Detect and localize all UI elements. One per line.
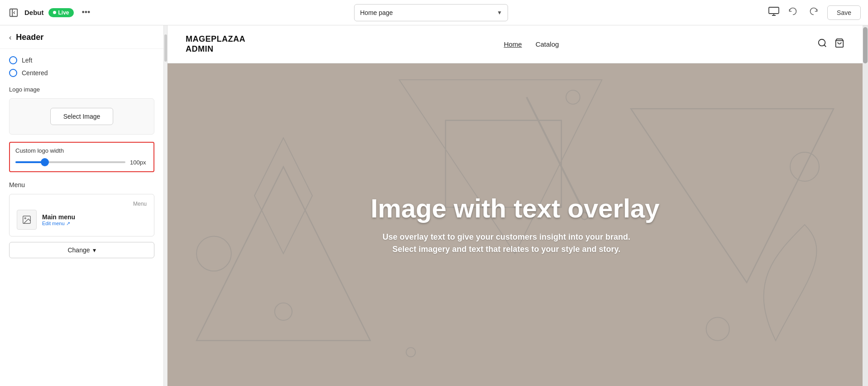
radio-left[interactable]: Left [9,56,154,64]
store-header: MAGEPLAZAA ADMIN Home Catalog [168,25,863,63]
menu-info: Main menu Edit menu ↗ [42,213,75,227]
topbar-left: Debut Live ••• [7,6,94,19]
sidebar-wrapper: ‹ Header Left Centered [0,25,168,386]
menu-name: Main menu [42,213,75,221]
page-selector-value: Home page [360,9,393,16]
save-button[interactable]: Save [827,5,861,20]
custom-logo-width-section: Custom logo width 100px [9,142,154,172]
external-link-icon: ↗ [66,221,70,227]
menu-card: Menu Main menu [9,194,154,236]
svg-point-3 [24,217,26,219]
change-label: Change [67,246,90,254]
preview-scrollbar [863,25,868,386]
live-badge: Live [48,8,74,17]
nav-link-catalog[interactable]: Catalog [536,40,559,48]
preview-area: MAGEPLAZAA ADMIN Home Catalog [168,25,868,386]
store-logo: MAGEPLAZAA ADMIN [186,34,245,54]
slider-container [15,158,125,167]
hero-text: Image with text overlay Use overlay text… [361,185,668,265]
hero-title: Image with text overlay [370,194,659,223]
hero-section: Image with text overlay Use overlay text… [168,63,863,386]
sidebar-header: ‹ Header [0,25,163,49]
radio-label-centered: Centered [22,69,48,77]
main-layout: ‹ Header Left Centered [0,25,868,386]
store-preview: MAGEPLAZAA ADMIN Home Catalog [168,25,863,386]
topbar: Debut Live ••• Home page ▼ [0,0,868,25]
redo-button[interactable] [806,5,821,20]
svg-point-17 [406,347,415,357]
sidebar-content: Left Centered Logo image Select Image [0,49,163,265]
svg-point-4 [819,39,825,46]
search-icon[interactable] [817,38,827,50]
svg-point-10 [275,303,292,320]
page-selector[interactable]: Home page ▼ [354,4,508,21]
undo-button[interactable] [786,5,800,20]
slider-row: 100px [15,158,148,167]
topbar-right: Save [768,5,861,20]
store-nav: Home Catalog [504,40,559,48]
select-image-button[interactable]: Select Image [50,108,114,125]
menu-card-header: Menu [17,201,147,207]
custom-logo-width-label: Custom logo width [15,147,148,154]
exit-icon[interactable] [7,6,20,19]
slider-value: 100px [130,159,148,166]
hero-subtitle: Use overlay text to give your customers … [370,231,642,256]
svg-point-12 [566,90,580,104]
store-nav-icons [817,38,844,50]
logo-image-area: Select Image [9,98,154,135]
sidebar-scrollbar-thumb[interactable] [164,34,167,62]
sidebar-scroll-area: Left Centered Logo image Select Image [0,49,163,386]
layout-radio-group: Left Centered [9,56,154,77]
change-chevron-icon: ▾ [93,246,96,254]
sidebar-title: Header [16,33,43,42]
svg-point-9 [197,236,231,271]
svg-rect-1 [769,7,779,14]
more-button[interactable]: ••• [78,6,94,19]
logo-image-label: Logo image [9,86,154,93]
live-label: Live [58,10,69,16]
logo-width-slider[interactable] [15,161,125,163]
nav-link-home[interactable]: Home [504,40,522,48]
change-button[interactable]: Change ▾ [9,242,154,258]
svg-point-11 [706,318,729,341]
monitor-icon[interactable] [768,6,779,19]
preview-container: MAGEPLAZAA ADMIN Home Catalog [168,25,868,386]
app-name: Debut [24,9,44,16]
back-arrow-icon[interactable]: ‹ [9,34,11,42]
live-dot [53,11,56,14]
svg-marker-16 [254,138,312,254]
menu-card-type-label: Menu [133,201,147,207]
radio-circle-centered [9,69,17,77]
radio-label-left: Left [22,57,32,64]
cart-icon[interactable] [834,38,844,50]
menu-image-icon [17,210,37,230]
preview-content: MAGEPLAZAA ADMIN Home Catalog [168,25,863,386]
sidebar: ‹ Header Left Centered [0,25,164,386]
chevron-down-icon: ▼ [497,10,502,16]
menu-card-body: Main menu Edit menu ↗ [17,210,147,230]
menu-section-label: Menu [9,181,154,188]
radio-circle-left [9,56,17,64]
menu-edit-link[interactable]: Edit menu ↗ [42,221,75,227]
sidebar-scrollbar [164,25,168,386]
topbar-center: Home page ▼ [99,4,763,21]
preview-scrollbar-thumb[interactable] [863,27,868,63]
radio-centered[interactable]: Centered [9,69,154,77]
